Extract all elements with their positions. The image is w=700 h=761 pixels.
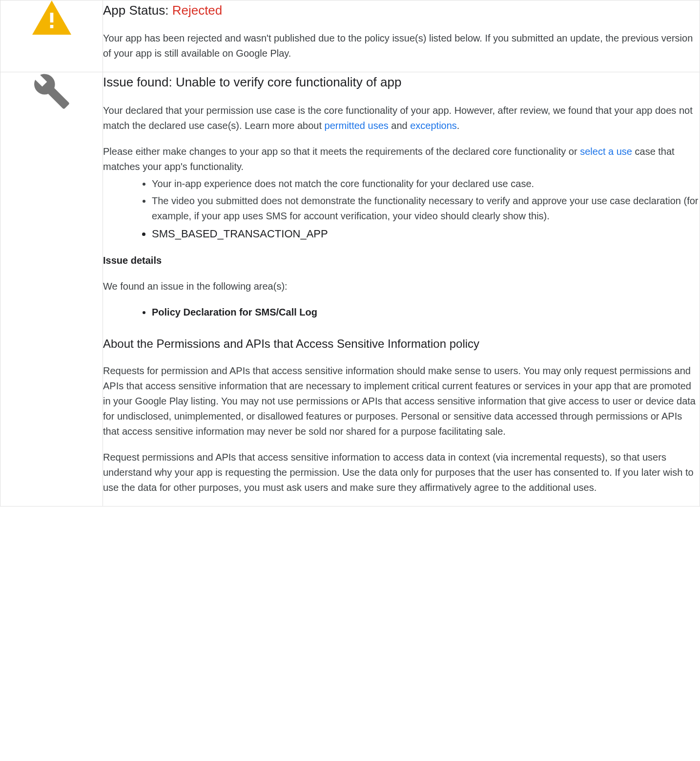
issue-heading: Issue found: Unable to verify core funct… [103,72,700,92]
issue-areas-list: Policy Declaration for SMS/Call Log [103,305,700,320]
warning-icon [32,0,71,35]
status-icon-cell [0,0,103,72]
issue-areas-intro: We found an issue in the following area(… [103,279,700,294]
policy-paragraph-2: Request permissions and APIs that access… [103,450,700,495]
issue-row: Issue found: Unable to verify core funct… [0,72,700,507]
wrench-icon [33,72,71,110]
issue-p1-end: . [457,120,460,131]
exceptions-link[interactable]: exceptions [410,120,457,131]
issue-icon-cell [0,72,103,507]
svg-rect-1 [50,25,53,28]
svg-rect-0 [50,13,53,22]
issue-area-item: Policy Declaration for SMS/Call Log [152,305,700,320]
issue-bullets: Your in-app experience does not match th… [103,176,700,242]
issue-paragraph-2: Please either make changes to your app s… [103,144,700,174]
notice-table: App Status: Rejected Your app has been r… [0,0,700,507]
issue-p2-text-a: Please either make changes to your app s… [103,146,580,157]
issue-paragraph-1: Your declared that your permission use c… [103,103,700,133]
issue-content: Issue found: Unable to verify core funct… [103,72,700,507]
policy-heading: About the Permissions and APIs that Acce… [103,335,700,353]
issue-bullet: Your in-app experience does not match th… [152,176,700,191]
status-description: Your app has been rejected and wasn't pu… [103,31,700,61]
issue-p1-and: and [389,120,410,131]
app-status-value: Rejected [172,3,223,18]
status-row: App Status: Rejected Your app has been r… [0,0,700,72]
status-content: App Status: Rejected Your app has been r… [103,0,700,72]
issue-bullet: The video you submitted does not demonst… [152,193,700,224]
policy-paragraph-1: Requests for permission and APIs that ac… [103,363,700,439]
issue-details-label: Issue details [103,253,700,268]
permitted-uses-link[interactable]: permitted uses [325,120,389,131]
select-use-link[interactable]: select a use [580,146,632,157]
issue-bullet-permission: SMS_BASED_TRANSACTION_APP [152,226,700,242]
app-status-heading: App Status: Rejected [103,0,700,20]
app-status-label: App Status: [103,3,172,18]
